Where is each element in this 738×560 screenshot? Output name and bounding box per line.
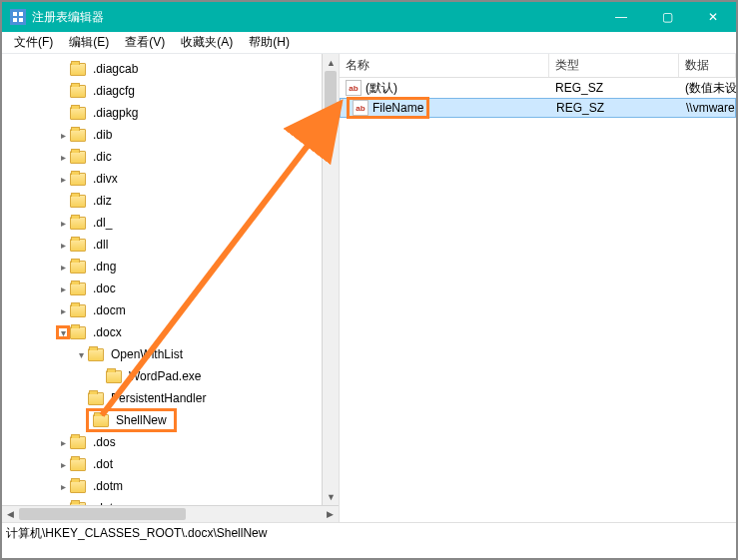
menu-help[interactable]: 帮助(H) [241,32,298,53]
value-name: FileName [372,101,423,115]
tree-label: .dll [90,237,111,253]
scroll-left-icon[interactable]: ◀ [2,506,19,523]
tree-item[interactable]: PersistentHandler [2,387,339,409]
value-data: (数值未设 [679,80,736,97]
menu-view[interactable]: 查看(V) [117,32,173,53]
col-type[interactable]: 类型 [549,54,679,77]
folder-icon [70,239,86,252]
expander-icon[interactable]: ▸ [56,457,70,471]
expander-icon[interactable]: ▸ [56,281,70,295]
folder-icon [70,151,86,164]
expander-icon[interactable]: ▾ [56,325,70,339]
close-button[interactable]: ✕ [690,2,736,32]
folder-icon [70,173,86,186]
window-controls: — ▢ ✕ [598,2,736,32]
scroll-right-icon[interactable]: ▶ [322,506,339,523]
tree-item[interactable]: .diagcfg [2,80,339,102]
svg-rect-3 [19,18,23,22]
tree-item[interactable]: ShellNew [2,409,339,431]
tree-item[interactable]: ▸.dos [2,431,339,453]
tree-item[interactable]: .diz [2,190,339,212]
expander-icon[interactable]: ▸ [56,238,70,252]
tree-item[interactable]: ▸.docm [2,299,339,321]
titlebar: 注册表编辑器 — ▢ ✕ [2,2,736,32]
tree-view[interactable]: .diagcab.diagcfg.diagpkg▸.dib▸.dic▸.divx… [2,54,339,505]
list-rows: ab(默认)REG_SZ(数值未设abFileNameREG_SZ\\vmwar… [340,78,736,118]
tree-item[interactable]: ▸.dll [2,234,339,256]
string-value-icon: ab [346,80,362,96]
col-data[interactable]: 数据 [679,54,736,77]
folder-icon [70,326,86,339]
folder-icon [106,370,122,383]
folder-icon [88,392,104,405]
expander-icon[interactable]: ▸ [56,479,70,493]
svg-rect-2 [13,18,17,22]
menu-file[interactable]: 文件(F) [6,32,61,53]
folder-icon [70,85,86,98]
status-bar: 计算机\HKEY_CLASSES_ROOT\.docx\ShellNew [2,522,736,544]
menu-favorites[interactable]: 收藏夹(A) [173,32,241,53]
tree-label: WordPad.exe [126,368,205,384]
tree-label: .diagcfg [90,83,138,99]
folder-icon [70,195,86,208]
tree-label: .dot [90,456,116,472]
value-name: (默认) [366,80,397,97]
svg-rect-0 [13,12,17,16]
tree-item[interactable]: ▸.dng [2,256,339,278]
tree-item[interactable]: ▸.dot [2,453,339,475]
expander-icon[interactable]: ▸ [56,260,70,274]
tree-item[interactable]: ▸.dotx [2,497,339,505]
folder-icon [70,282,86,295]
maximize-button[interactable]: ▢ [644,2,690,32]
tree-label: .dib [90,127,115,143]
expander-icon[interactable]: ▸ [56,435,70,449]
menu-edit[interactable]: 编辑(E) [61,32,117,53]
expander-icon [56,62,70,76]
scroll-down-icon[interactable]: ▼ [323,488,340,505]
tree-label: .diz [90,193,115,209]
tree-item[interactable]: ▾.docx [2,321,339,343]
minimize-button[interactable]: — [598,2,644,32]
expander-icon [56,84,70,98]
tree-item[interactable]: .diagpkg [2,102,339,124]
value-data: \\vmware [680,101,735,115]
menubar: 文件(F) 编辑(E) 查看(V) 收藏夹(A) 帮助(H) [2,32,736,54]
expander-icon[interactable]: ▸ [56,303,70,317]
app-icon [10,9,26,25]
tree-label: PersistentHandler [108,390,209,406]
tree-label: .docm [90,302,129,318]
string-value-icon: ab [353,100,369,116]
tree-item[interactable]: ▸.dotm [2,475,339,497]
tree-item[interactable]: ▾OpenWithList [2,343,339,365]
tree-item[interactable]: ▸.divx [2,168,339,190]
col-name[interactable]: 名称 [340,54,549,77]
vertical-scrollbar[interactable]: ▲ ▼ [322,54,339,505]
list-row[interactable]: ab(默认)REG_SZ(数值未设 [340,78,736,98]
expander-icon[interactable]: ▸ [56,128,70,142]
tree-item[interactable]: ▸.dl_ [2,212,339,234]
scroll-up-icon[interactable]: ▲ [323,54,340,71]
folder-icon [70,129,86,142]
tree-label: .divx [90,171,121,187]
folder-icon [70,436,86,449]
tree-pane: .diagcab.diagcfg.diagpkg▸.dib▸.dic▸.divx… [2,54,340,522]
expander-icon[interactable]: ▸ [56,172,70,186]
expander-icon[interactable]: ▸ [56,216,70,230]
expander-icon [92,369,106,383]
tree-item[interactable]: WordPad.exe [2,365,339,387]
expander-icon[interactable]: ▾ [74,347,88,361]
tree-item[interactable]: .diagcab [2,58,339,80]
tree-label: ShellNew [113,412,170,428]
tree-label: .dic [90,149,115,165]
list-row[interactable]: abFileNameREG_SZ\\vmware [340,98,736,118]
folder-icon [70,458,86,471]
tree-item[interactable]: ▸.dib [2,124,339,146]
folder-icon [70,261,86,274]
tree-item[interactable]: ▸.doc [2,278,339,299]
horizontal-scrollbar[interactable]: ◀ ▶ [2,505,339,522]
tree-label: .docx [90,324,125,340]
tree-label: .dos [90,434,119,450]
expander-icon[interactable]: ▸ [56,150,70,164]
tree-item[interactable]: ▸.dic [2,146,339,168]
tree-label: .dl_ [90,215,115,231]
